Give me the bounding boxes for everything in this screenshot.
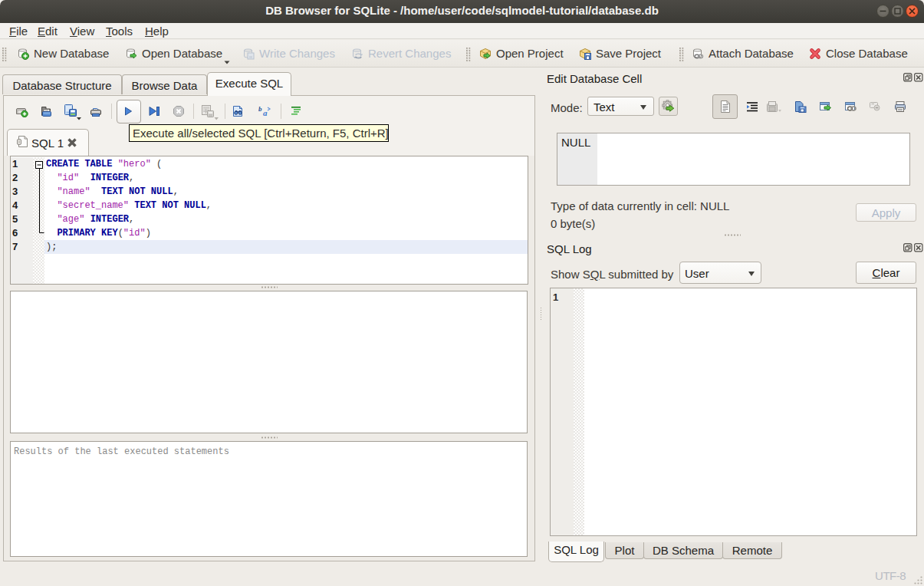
svg-text:a: a <box>263 108 268 117</box>
svg-text:b: b <box>258 105 262 113</box>
